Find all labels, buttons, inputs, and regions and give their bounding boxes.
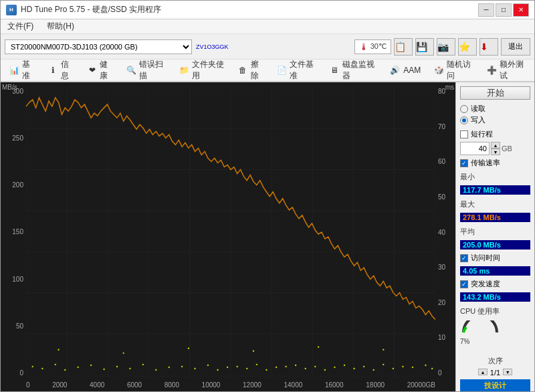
burst-label: 突发速度 (471, 279, 500, 289)
folder-icon: 📁 (179, 64, 189, 76)
menu-file[interactable]: 文件(F) (5, 19, 36, 33)
svg-point-54 (412, 367, 413, 368)
maximize-button[interactable]: □ (496, 3, 512, 17)
heart-icon: ❤ (88, 64, 98, 76)
x-axis: 0 2000 4000 6000 8000 10000 12000 14000 … (26, 377, 435, 392)
nav-file-bench[interactable]: 📄 文件基准 (271, 60, 322, 80)
short-run-label: 短行程 (471, 129, 493, 139)
nav-monitor-label: 磁盘监视器 (342, 59, 376, 82)
nav-health[interactable]: ❤ 健康 (82, 60, 119, 80)
nav-folder[interactable]: 📁 文件夹使用 (173, 60, 231, 80)
svg-point-38 (256, 364, 257, 365)
window-controls: ─ □ ✕ (478, 3, 529, 17)
chart-svg (26, 88, 435, 377)
exit-label: 退出 (508, 41, 523, 52)
nav-extra-label: 额外测试 (500, 59, 526, 82)
nav-scan[interactable]: 🔍 错误扫描 (120, 60, 171, 80)
svg-point-33 (207, 365, 209, 366)
burst-checkbox[interactable]: ✓ 突发速度 (460, 279, 530, 289)
toolbar-icon-5[interactable]: ⬇ (479, 38, 498, 56)
monitor-icon: 🖥 (330, 64, 340, 76)
access-time-box: ✓ (460, 254, 468, 262)
svg-point-48 (353, 368, 354, 369)
write-radio-dot (460, 116, 468, 124)
pages-row: 次序 (460, 355, 530, 366)
nav-random[interactable]: 🎲 随机访问 (428, 60, 479, 80)
chart-icon: 📊 (9, 64, 19, 76)
svg-point-31 (181, 366, 183, 367)
nav-benchmark[interactable]: 📊 基准 (3, 60, 41, 80)
cpu-gauge (460, 320, 500, 334)
svg-point-53 (402, 366, 403, 367)
access-value: 4.05 ms (460, 266, 530, 276)
close-button[interactable]: ✕ (513, 3, 529, 17)
svg-point-43 (305, 368, 306, 369)
read-label: 读取 (471, 104, 486, 114)
svg-point-44 (314, 366, 316, 367)
transfer-rate-checkbox[interactable]: ✓ 传输速率 (460, 158, 530, 168)
svg-point-51 (383, 364, 384, 365)
svg-point-50 (373, 369, 374, 371)
nav-info[interactable]: ℹ 信息 (42, 60, 80, 80)
nav-aam[interactable]: 🔊 AAM (383, 60, 427, 80)
disk-selector[interactable]: ST20000NM007D-3DJ103 (20000 GB) (5, 39, 192, 54)
nav-file-bench-label: 文件基准 (290, 59, 316, 82)
toolbar-icon-4[interactable]: ⭐ (458, 38, 477, 56)
random-icon: 🎲 (434, 64, 444, 76)
access-time-checkbox[interactable]: ✓ 访问时间 (460, 253, 530, 263)
svg-point-21 (55, 364, 56, 365)
content-area: MB/s ms 300 250 200 150 100 50 0 80 70 6… (1, 82, 534, 392)
tech-label: 技设计 (460, 379, 530, 392)
svg-point-25 (103, 369, 104, 370)
nav-extra[interactable]: ➕ 额外测试 (481, 60, 532, 80)
nav-health-label: 健康 (100, 59, 113, 82)
short-run-checkbox[interactable]: 短行程 (460, 129, 530, 139)
svg-point-23 (78, 367, 79, 368)
svg-point-34 (217, 369, 218, 371)
thermometer-icon: 🌡 (359, 41, 368, 52)
y-axis-right: 80 70 60 50 40 30 20 10 0 (435, 88, 455, 377)
nav-monitor[interactable]: 🖥 磁盘监视器 (324, 60, 381, 80)
toolbar-icon-3[interactable]: 📷 (437, 38, 455, 56)
toolbar-icon-1[interactable]: 📋 (394, 38, 413, 56)
gb-input-row: ▲ ▼ GB (460, 142, 530, 155)
spin-down-button[interactable]: ▼ (491, 149, 500, 155)
svg-point-61 (318, 347, 319, 348)
nav-benchmark-label: 基准 (22, 59, 35, 82)
write-label: 写入 (471, 115, 486, 125)
y-axis-left: 300 250 200 150 100 50 0 (1, 88, 26, 377)
spin-up-button[interactable]: ▲ (491, 142, 500, 149)
exit-button[interactable]: 退出 (501, 38, 530, 56)
svg-point-45 (324, 369, 326, 371)
page-down-button[interactable]: ▼ (503, 369, 512, 375)
temp-button[interactable]: 🌡 30℃ (354, 39, 391, 54)
read-radio[interactable]: 读取 (460, 104, 530, 114)
page-up-button[interactable]: ▲ (478, 369, 488, 375)
transfer-rate-box: ✓ (460, 159, 468, 167)
svg-point-27 (129, 368, 130, 369)
min-label: 最小 (460, 172, 530, 182)
avg-value: 205.0 MB/s (460, 240, 530, 250)
nav-erase[interactable]: 🗑 擦除 (232, 60, 270, 80)
svg-point-56 (431, 368, 433, 369)
scan-icon: 🔍 (126, 64, 136, 76)
svg-point-28 (142, 364, 144, 365)
svg-point-37 (246, 368, 247, 369)
mode-radio-group: 读取 写入 (460, 104, 530, 125)
svg-point-32 (194, 368, 195, 369)
start-button[interactable]: 开始 (460, 86, 530, 100)
svg-point-22 (64, 369, 66, 371)
svg-point-30 (169, 367, 170, 368)
svg-point-57 (58, 349, 59, 351)
menu-help[interactable]: 帮助(H) (44, 19, 77, 33)
disk-sub: ZV1O3GGK (196, 43, 229, 50)
temp-value: 30℃ (370, 42, 387, 51)
toolbar: ST20000NM007D-3DJ103 (20000 GB) ZV1O3GGK… (1, 34, 534, 60)
max-value: 278.1 MB/s (460, 213, 530, 222)
write-radio[interactable]: 写入 (460, 115, 530, 125)
svg-point-36 (237, 366, 238, 367)
toolbar-icon-2[interactable]: 💾 (415, 38, 434, 56)
gb-input[interactable] (460, 142, 490, 155)
minimize-button[interactable]: ─ (478, 3, 494, 17)
aam-icon: 🔊 (389, 64, 401, 76)
